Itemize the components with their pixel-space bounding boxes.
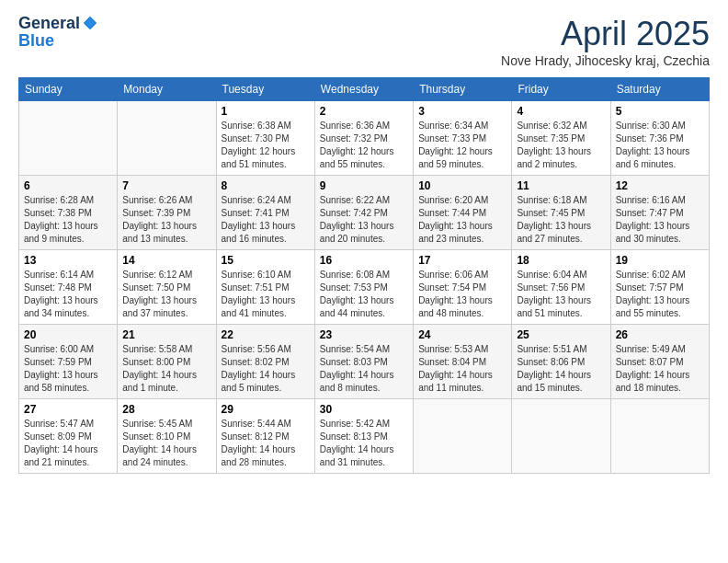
day-number: 30 (320, 403, 408, 416)
day-number: 7 (122, 179, 210, 192)
calendar-cell: 24Sunrise: 5:53 AMSunset: 8:04 PMDayligh… (414, 325, 512, 399)
calendar-cell: 21Sunrise: 5:58 AMSunset: 8:00 PMDayligh… (118, 325, 216, 399)
calendar-cell: 23Sunrise: 5:54 AMSunset: 8:03 PMDayligh… (314, 325, 413, 399)
calendar-cell: 26Sunrise: 5:49 AMSunset: 8:07 PMDayligh… (610, 325, 709, 399)
day-number: 28 (122, 403, 210, 416)
day-info: Sunrise: 6:16 AMSunset: 7:47 PMDaylight:… (616, 194, 704, 246)
header: General Blue April 2025 Nove Hrady, Jiho… (18, 15, 710, 68)
calendar-cell: 11Sunrise: 6:18 AMSunset: 7:45 PMDayligh… (512, 176, 610, 250)
month-title: April 2025 (501, 15, 710, 53)
calendar-cell (118, 101, 216, 176)
header-tuesday: Tuesday (216, 78, 314, 101)
day-info: Sunrise: 6:00 AMSunset: 7:59 PMDaylight:… (24, 343, 112, 395)
header-wednesday: Wednesday (314, 78, 413, 101)
calendar-cell: 14Sunrise: 6:12 AMSunset: 7:50 PMDayligh… (118, 250, 216, 325)
day-info: Sunrise: 6:22 AMSunset: 7:42 PMDaylight:… (320, 194, 408, 246)
day-number: 21 (122, 328, 210, 341)
calendar-cell (414, 399, 512, 474)
calendar-cell: 25Sunrise: 5:51 AMSunset: 8:06 PMDayligh… (512, 325, 610, 399)
day-info: Sunrise: 5:58 AMSunset: 8:00 PMDaylight:… (122, 343, 210, 395)
calendar-cell: 18Sunrise: 6:04 AMSunset: 7:56 PMDayligh… (512, 250, 610, 325)
day-info: Sunrise: 5:51 AMSunset: 8:06 PMDaylight:… (517, 343, 605, 395)
day-info: Sunrise: 5:44 AMSunset: 8:12 PMDaylight:… (222, 418, 310, 469)
day-info: Sunrise: 6:30 AMSunset: 7:36 PMDaylight:… (616, 120, 704, 171)
logo-blue-text: Blue (18, 31, 54, 51)
calendar-cell: 13Sunrise: 6:14 AMSunset: 7:48 PMDayligh… (19, 250, 118, 325)
day-number: 17 (418, 254, 506, 267)
calendar-cell: 5Sunrise: 6:30 AMSunset: 7:36 PMDaylight… (610, 101, 709, 176)
calendar-cell: 15Sunrise: 6:10 AMSunset: 7:51 PMDayligh… (216, 250, 314, 325)
day-info: Sunrise: 6:24 AMSunset: 7:41 PMDaylight:… (222, 194, 310, 246)
calendar-cell: 29Sunrise: 5:44 AMSunset: 8:12 PMDayligh… (216, 399, 314, 474)
day-info: Sunrise: 5:47 AMSunset: 8:09 PMDaylight:… (24, 418, 112, 469)
day-number: 12 (616, 179, 704, 192)
svg-marker-1 (85, 18, 96, 29)
week-row-0: 1Sunrise: 6:38 AMSunset: 7:30 PMDaylight… (19, 101, 710, 176)
day-info: Sunrise: 6:04 AMSunset: 7:56 PMDaylight:… (517, 269, 605, 320)
day-info: Sunrise: 6:36 AMSunset: 7:32 PMDaylight:… (320, 120, 408, 171)
day-number: 15 (222, 254, 310, 267)
day-number: 10 (418, 179, 506, 192)
day-info: Sunrise: 6:28 AMSunset: 7:38 PMDaylight:… (24, 194, 112, 246)
day-info: Sunrise: 6:26 AMSunset: 7:39 PMDaylight:… (122, 194, 210, 246)
day-number: 18 (517, 254, 605, 267)
day-number: 26 (616, 328, 704, 341)
header-sunday: Sunday (19, 78, 118, 101)
calendar-cell: 20Sunrise: 6:00 AMSunset: 7:59 PMDayligh… (19, 325, 118, 399)
day-number: 2 (320, 105, 408, 118)
logo-icon (82, 15, 98, 31)
logo-text: General (18, 15, 98, 31)
day-info: Sunrise: 6:32 AMSunset: 7:35 PMDaylight:… (517, 120, 605, 171)
day-number: 16 (320, 254, 408, 267)
day-number: 1 (222, 105, 310, 118)
day-info: Sunrise: 6:02 AMSunset: 7:57 PMDaylight:… (616, 269, 704, 320)
calendar-cell: 28Sunrise: 5:45 AMSunset: 8:10 PMDayligh… (118, 399, 216, 474)
day-number: 13 (24, 254, 112, 267)
calendar-cell: 4Sunrise: 6:32 AMSunset: 7:35 PMDaylight… (512, 101, 610, 176)
header-saturday: Saturday (610, 78, 709, 101)
day-info: Sunrise: 6:20 AMSunset: 7:44 PMDaylight:… (418, 194, 506, 246)
logo-general: General (18, 15, 80, 31)
header-monday: Monday (118, 78, 216, 101)
day-info: Sunrise: 6:18 AMSunset: 7:45 PMDaylight:… (517, 194, 605, 246)
day-number: 29 (222, 403, 310, 416)
day-info: Sunrise: 6:10 AMSunset: 7:51 PMDaylight:… (222, 269, 310, 320)
day-number: 20 (24, 328, 112, 341)
day-number: 14 (122, 254, 210, 267)
calendar-cell: 2Sunrise: 6:36 AMSunset: 7:32 PMDaylight… (314, 101, 413, 176)
week-row-4: 27Sunrise: 5:47 AMSunset: 8:09 PMDayligh… (19, 399, 710, 474)
calendar-cell: 12Sunrise: 6:16 AMSunset: 7:47 PMDayligh… (610, 176, 709, 250)
day-info: Sunrise: 6:12 AMSunset: 7:50 PMDaylight:… (122, 269, 210, 320)
day-info: Sunrise: 5:53 AMSunset: 8:04 PMDaylight:… (418, 343, 506, 395)
day-number: 24 (418, 328, 506, 341)
calendar-cell (610, 399, 709, 474)
day-number: 25 (517, 328, 605, 341)
day-info: Sunrise: 6:08 AMSunset: 7:53 PMDaylight:… (320, 269, 408, 320)
location: Nove Hrady, Jihocesky kraj, Czechia (501, 53, 710, 68)
day-number: 9 (320, 179, 408, 192)
day-number: 8 (222, 179, 310, 192)
calendar-cell: 1Sunrise: 6:38 AMSunset: 7:30 PMDaylight… (216, 101, 314, 176)
day-info: Sunrise: 5:49 AMSunset: 8:07 PMDaylight:… (616, 343, 704, 395)
week-row-2: 13Sunrise: 6:14 AMSunset: 7:48 PMDayligh… (19, 250, 710, 325)
week-row-1: 6Sunrise: 6:28 AMSunset: 7:38 PMDaylight… (19, 176, 710, 250)
calendar-cell: 22Sunrise: 5:56 AMSunset: 8:02 PMDayligh… (216, 325, 314, 399)
day-number: 23 (320, 328, 408, 341)
day-info: Sunrise: 6:34 AMSunset: 7:33 PMDaylight:… (418, 120, 506, 171)
calendar-cell: 8Sunrise: 6:24 AMSunset: 7:41 PMDaylight… (216, 176, 314, 250)
calendar-cell (19, 101, 118, 176)
day-number: 3 (418, 105, 506, 118)
day-info: Sunrise: 5:45 AMSunset: 8:10 PMDaylight:… (122, 418, 210, 469)
week-row-3: 20Sunrise: 6:00 AMSunset: 7:59 PMDayligh… (19, 325, 710, 399)
header-friday: Friday (512, 78, 610, 101)
calendar-cell (512, 399, 610, 474)
header-thursday: Thursday (414, 78, 512, 101)
calendar-cell: 6Sunrise: 6:28 AMSunset: 7:38 PMDaylight… (19, 176, 118, 250)
day-number: 4 (517, 105, 605, 118)
day-info: Sunrise: 5:54 AMSunset: 8:03 PMDaylight:… (320, 343, 408, 395)
logo: General Blue (18, 15, 98, 51)
calendar-cell: 16Sunrise: 6:08 AMSunset: 7:53 PMDayligh… (314, 250, 413, 325)
day-number: 5 (616, 105, 704, 118)
day-info: Sunrise: 6:14 AMSunset: 7:48 PMDaylight:… (24, 269, 112, 320)
day-info: Sunrise: 5:42 AMSunset: 8:13 PMDaylight:… (320, 418, 408, 469)
